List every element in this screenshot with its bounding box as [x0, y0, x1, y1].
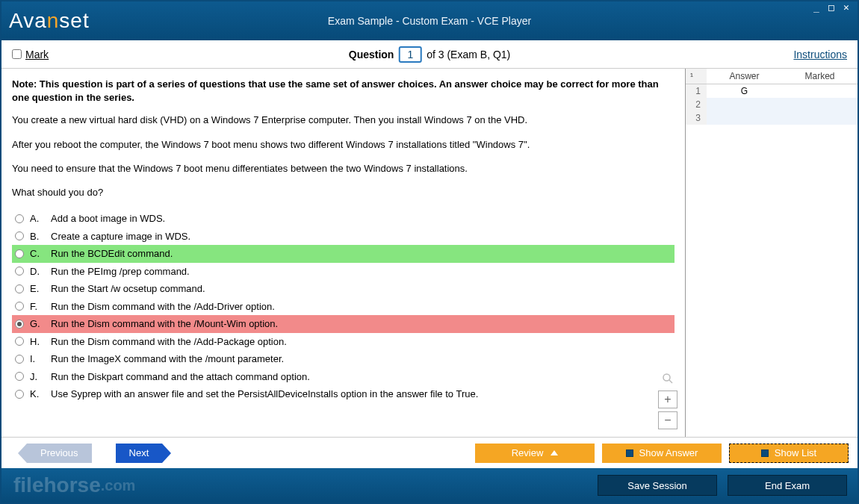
answer-list-panel: ¹ Answer Marked 1G 2 3: [686, 69, 858, 437]
zoom-in-button[interactable]: +: [658, 391, 677, 408]
maximize-icon[interactable]: □: [825, 3, 838, 13]
minimize-icon[interactable]: _: [810, 3, 823, 13]
svg-point-0: [663, 374, 670, 381]
close-icon[interactable]: ✕: [840, 3, 853, 13]
triangle-up-icon: [551, 450, 558, 455]
show-list-button[interactable]: Show List: [729, 444, 849, 463]
answer-choice-i[interactable]: I.Run the ImageX command with the /mount…: [12, 350, 675, 368]
answer-row[interactable]: 2: [686, 98, 858, 111]
question-bar: Mark Question 1 of 3 (Exam B, Q1) Instru…: [1, 40, 858, 69]
answer-choice-d[interactable]: D.Run the PEImg /prep command.: [12, 263, 675, 281]
answer-choice-h[interactable]: H.Run the Dism command with the /Add-Pac…: [12, 333, 675, 351]
question-number[interactable]: 1: [398, 46, 422, 63]
zoom-out-button[interactable]: −: [658, 411, 677, 429]
question-pane: Note: This question is part of a series …: [1, 69, 686, 437]
review-button[interactable]: Review: [475, 444, 595, 463]
radio-icon[interactable]: [15, 355, 24, 364]
end-exam-button[interactable]: End Exam: [728, 475, 847, 496]
show-answer-button[interactable]: Show Answer: [602, 444, 722, 463]
answer-choice-c[interactable]: C.Run the BCDEdit command.: [12, 245, 675, 263]
square-icon: [761, 449, 769, 457]
radio-icon[interactable]: [15, 214, 24, 223]
answer-choice-f[interactable]: F.Run the Dism command with the /Add-Dri…: [12, 298, 675, 316]
answer-row[interactable]: 3: [686, 111, 858, 125]
window-title: Exam Sample - Custom Exam - VCE Player: [328, 15, 531, 27]
question-para: After you reboot the computer, the Windo…: [12, 138, 675, 152]
nav-button-bar: Previous Next Review Show Answer Show Li…: [1, 437, 858, 468]
radio-icon[interactable]: [15, 284, 24, 293]
answer-choice-k[interactable]: K.Use Syprep with an answer file and set…: [12, 385, 675, 403]
radio-icon[interactable]: [15, 320, 24, 329]
answer-choice-e[interactable]: E.Run the Start /w ocsetup command.: [12, 280, 675, 298]
answer-choice-b[interactable]: B.Create a capture image in WDS.: [12, 228, 675, 246]
search-icon[interactable]: [658, 370, 677, 388]
instructions-link[interactable]: Instructions: [793, 49, 847, 60]
answer-choice-g[interactable]: G.Run the Dism command with the /Mount-W…: [12, 315, 675, 333]
question-note: Note: This question is part of a series …: [12, 78, 675, 105]
col-marked: Marked: [782, 69, 858, 84]
question-para: You create a new virtual hard disk (VHD)…: [12, 113, 675, 127]
answer-row[interactable]: 1G: [686, 84, 858, 99]
question-of-text: of 3 (Exam B, Q1): [427, 49, 510, 60]
radio-icon[interactable]: [15, 231, 24, 240]
answer-choice-a[interactable]: A.Add a boot image in WDS.: [12, 210, 675, 228]
radio-icon[interactable]: [15, 267, 24, 276]
next-button[interactable]: Next: [116, 444, 163, 463]
answer-choice-j[interactable]: J.Run the Diskpart command and the attac…: [12, 368, 675, 386]
col-answer: Answer: [707, 69, 782, 84]
radio-icon[interactable]: [15, 337, 24, 346]
mark-checkbox[interactable]: [12, 49, 22, 59]
radio-icon[interactable]: [15, 302, 24, 311]
app-logo: Avanset: [9, 9, 90, 33]
question-prompt: What should you do?: [12, 186, 675, 199]
save-session-button[interactable]: Save Session: [598, 475, 717, 496]
question-label: Question: [349, 49, 394, 60]
square-icon: [626, 449, 633, 457]
radio-icon[interactable]: [15, 249, 24, 258]
bottom-bar: filehorse.com Save Session End Exam: [1, 468, 858, 503]
radio-icon[interactable]: [15, 372, 24, 381]
previous-button[interactable]: Previous: [27, 444, 92, 463]
question-para: You need to ensure that the Windows 7 bo…: [12, 162, 675, 175]
col-num: ¹: [686, 69, 707, 84]
radio-icon[interactable]: [15, 390, 24, 399]
title-bar: Avanset Exam Sample - Custom Exam - VCE …: [1, 1, 858, 40]
mark-label[interactable]: Mark: [25, 49, 49, 60]
watermark-text: filehorse.com: [13, 473, 135, 497]
svg-line-1: [669, 380, 672, 383]
